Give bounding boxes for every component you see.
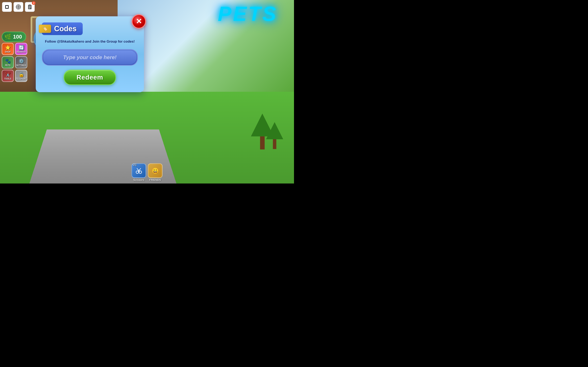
modal-header: 🏷️ Codes ✕ (42, 22, 138, 35)
tree-top-2 (266, 122, 283, 139)
scissors-number: [1] (133, 163, 136, 166)
bottom-taskbar: [1] Scissors 😀 FRIENDS (131, 163, 163, 182)
tree-trunk-2 (273, 139, 277, 149)
friends-emoji: 😀 (152, 167, 159, 174)
friends-label: FRIENDS (149, 178, 161, 182)
tools-label: TOOLS (4, 78, 11, 80)
teleport-label: TELEPORT (16, 78, 26, 80)
settings-icon: ⚙️ (18, 58, 24, 64)
svg-rect-7 (28, 5, 32, 9)
modal-title-box: 🏷️ Codes (42, 22, 83, 35)
scissors-label: Scissors (133, 178, 144, 182)
tools-icon: ✂️ (5, 72, 11, 77)
svg-rect-9 (29, 6, 31, 7)
target-icon[interactable] (13, 2, 23, 12)
currency-amount: 100 (13, 34, 22, 40)
rebirth-button[interactable]: 🔄 REBIRTH (15, 43, 27, 55)
teleport-icon: 🔒 (18, 72, 24, 77)
settings-label: SETTINGS (16, 64, 26, 67)
code-input[interactable] (43, 50, 136, 64)
settings-button[interactable]: ⚙️ SETTINGS (15, 56, 27, 68)
rebirth-label: REBIRTH (17, 51, 26, 53)
tree-trunk (260, 136, 265, 150)
tree-2 (266, 122, 283, 149)
follow-text: Follow @Shkatulkahero and Join the Group… (42, 39, 138, 44)
shop-button[interactable]: ⭐ SHOP (2, 43, 14, 55)
clipboard-icon[interactable]: 2 (25, 2, 35, 12)
rebirth-icon: 🔄 (18, 45, 24, 50)
redeem-button[interactable]: Redeem (64, 70, 116, 85)
modal-title: Codes (54, 25, 77, 33)
shop-label: SHOP (5, 51, 11, 53)
currency-icon: 🌿 (4, 33, 11, 40)
close-button[interactable]: ✕ (132, 14, 146, 29)
shop-icon: ⭐ (5, 45, 11, 50)
svg-rect-11 (29, 8, 30, 8)
svg-rect-10 (29, 7, 31, 8)
roblox-icon[interactable] (2, 2, 12, 12)
svg-rect-8 (29, 4, 31, 6)
top-icons-bar: 2 (2, 2, 35, 12)
pets-button[interactable]: 🐾 PETS (2, 56, 14, 68)
code-input-wrapper (42, 49, 138, 66)
tag-icon: 🏷️ (39, 25, 51, 33)
pets-label: PETS (5, 64, 10, 67)
friends-taskbar-item[interactable]: 😀 FRIENDS (148, 163, 163, 182)
codes-modal: 🏷️ Codes ✕ Follow @Shkatulkahero and Joi… (36, 16, 144, 92)
sidebar: ⭐ SHOP 🔄 REBIRTH 🐾 PETS ⚙️ SETTINGS ✂️ T… (2, 43, 27, 82)
friends-icon-button[interactable]: 😀 (148, 163, 163, 178)
pets-icon: 🐾 (5, 58, 11, 64)
scissors-taskbar-item[interactable]: [1] Scissors (131, 163, 146, 182)
teleport-button[interactable]: 🔒 TELEPORT (15, 70, 27, 82)
pets-sign: PETS (218, 2, 278, 25)
notification-badge: 2 (32, 1, 35, 5)
currency-display: 🌿 100 (2, 32, 26, 42)
svg-rect-1 (6, 6, 8, 8)
tools-button[interactable]: ✂️ TOOLS (2, 70, 14, 82)
close-icon: ✕ (136, 17, 142, 26)
scissors-icon-button[interactable]: [1] (131, 163, 146, 178)
